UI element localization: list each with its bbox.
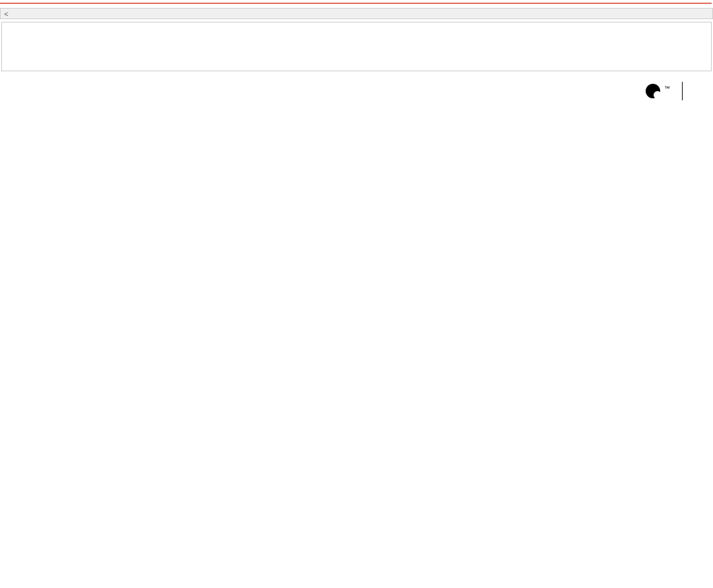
footer: ™ bbox=[0, 71, 713, 106]
footer-divider bbox=[682, 82, 683, 100]
scroll-left-icon[interactable]: < bbox=[1, 9, 12, 18]
packet-detail-pane: › › › ﹀ › › ▶ < bbox=[0, 0, 713, 19]
zscaler-glyph-icon bbox=[646, 84, 660, 98]
hex-row[interactable] bbox=[7, 26, 708, 44]
hex-bytes bbox=[42, 26, 51, 44]
hex-dump-pane[interactable] bbox=[1, 22, 712, 71]
hex-offset bbox=[7, 26, 42, 44]
horizontal-scrollbar[interactable]: < bbox=[0, 8, 713, 19]
tree-item-opt121-route[interactable] bbox=[0, 3, 712, 4]
zscaler-logo: ™ bbox=[646, 82, 670, 100]
hex-offset bbox=[7, 44, 42, 61]
hex-bytes bbox=[42, 44, 51, 61]
hex-row[interactable] bbox=[7, 44, 708, 61]
